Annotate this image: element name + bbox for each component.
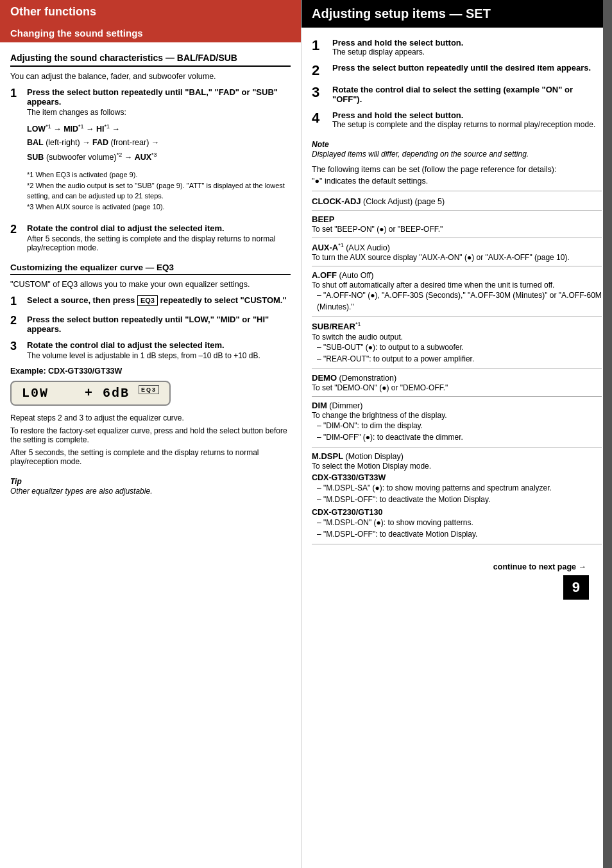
page-number: 9 <box>563 575 589 600</box>
setting-sub-rear: SUB/REAR*1 To switch the audio output. –… <box>312 321 602 364</box>
setup-step3: 3 Rotate the control dial to select the … <box>312 85 602 104</box>
repeat-text3: After 5 seconds, the setting is complete… <box>10 448 291 466</box>
setup-step2-number: 2 <box>312 63 330 78</box>
eq3-step2-bold: Press the select button repeatedly until… <box>27 315 291 334</box>
step2-number: 2 <box>10 223 24 236</box>
divider-8 <box>312 544 602 544</box>
left-column: Other functions Changing the sound setti… <box>0 0 302 868</box>
continue-next: continue to next page → <box>493 562 589 571</box>
section1-intro: You can adjust the balance, fader, and s… <box>10 72 291 81</box>
divider-5 <box>312 369 602 369</box>
tip-text: Other equalizer types are also adjustabl… <box>10 487 152 496</box>
divider-2 <box>312 238 602 238</box>
left-content: Adjusting the sound characteristics — BA… <box>0 53 301 496</box>
eq3-step1: 1 Select a source, then press EQ3 repeat… <box>10 295 291 308</box>
eq3-step2-number: 2 <box>10 315 24 327</box>
changing-sound-title: Changing the sound settings <box>10 28 143 39</box>
note-label: Note <box>312 140 329 149</box>
header-other-functions: Other functions <box>0 0 301 24</box>
tip-label: Tip <box>10 477 22 486</box>
right-column: Adjusting setup items — SET 1 Press and … <box>302 0 612 868</box>
setup-step2: 2 Press the select button repeatedly unt… <box>312 63 602 78</box>
step1: 1 Press the select button repeatedly unt… <box>10 87 291 217</box>
setup-step4-sub: The setup is complete and the display re… <box>332 120 602 129</box>
setup-step3-number: 3 <box>312 85 330 100</box>
setup-step1: 1 Press and hold the select button. The … <box>312 38 602 56</box>
setup-step1-content: Press and hold the select button. The se… <box>332 38 602 56</box>
step2-bold: Rotate the control dial to adjust the se… <box>27 223 291 233</box>
step1-content: Press the select button repeatedly until… <box>27 87 291 217</box>
eq3-step3-sub: The volume level is adjustable in 1 dB s… <box>27 351 291 360</box>
setup-step1-sub: The setup display appears. <box>332 48 602 56</box>
eq3-step3-number: 3 <box>10 340 24 353</box>
footnotes: *1 When EQ3 is activated (page 9). *2 Wh… <box>27 169 291 212</box>
setting-aoff: A.OFF (Auto Off) To shut off automatical… <box>312 270 602 313</box>
setup-step2-bold: Press the select button repeatedly until… <box>332 63 602 73</box>
eq3-step2-content: Press the select button repeatedly until… <box>27 315 291 334</box>
seq-line3: SUB (subwoofer volume)*2 → AUX*3 <box>27 150 291 164</box>
tip-section: Tip Other equalizer types are also adjus… <box>10 476 291 496</box>
setup-step4: 4 Press and hold the select button. The … <box>312 110 602 129</box>
following-text1: The following items can be set (follow t… <box>312 165 602 174</box>
step1-sub: The item changes as follows: <box>27 108 291 117</box>
step1-bold: Press the select button repeatedly until… <box>27 87 291 107</box>
setting-demo: DEMO (Demonstration) To set "DEMO-ON" (●… <box>312 373 602 392</box>
setup-step3-content: Rotate the control dial to select the se… <box>332 85 602 104</box>
other-functions-title: Other functions <box>10 5 96 18</box>
bullet-dot-text: "●" indicates the default settings. <box>312 177 602 186</box>
eq3-step3-bold: Rotate the control dial to adjust the se… <box>27 340 291 350</box>
divider-4 <box>312 317 602 317</box>
divider-7 <box>312 447 602 447</box>
setting-clock-adj: CLOCK-ADJ (Clock Adjust) (page 5) <box>312 196 602 206</box>
eq3-step3-content: Rotate the control dial to adjust the se… <box>27 340 291 360</box>
divider-6 <box>312 396 602 397</box>
divider-3 <box>312 266 602 266</box>
setting-aux-a: AUX-A*1 (AUX Audio) To turn the AUX sour… <box>312 242 602 262</box>
eq3-step1-content: Select a source, then press EQ3 repeated… <box>27 295 291 305</box>
settings-list: CLOCK-ADJ (Clock Adjust) (page 5) BEEP T… <box>312 196 602 544</box>
section2-title: Customizing the equalizer curve — EQ3 <box>10 263 291 275</box>
setting-beep: BEEP To set "BEEP-ON" (●) or "BEEP-OFF." <box>312 214 602 234</box>
setup-step3-bold: Rotate the control dial to select the se… <box>332 85 602 104</box>
divider-top <box>312 191 602 191</box>
right-content: 1 Press and hold the select button. The … <box>302 38 612 600</box>
example-label: Example: CDX-GT330/GT33W <box>10 367 291 376</box>
setting-dim: DIM (Dimmer) To change the brightness of… <box>312 401 602 443</box>
header-setup: Adjusting setup items — SET <box>302 0 612 28</box>
step2-sub: After 5 seconds, the setting is complete… <box>27 234 291 252</box>
section1-title: Adjusting the sound characteristics — BA… <box>10 53 291 67</box>
eq3-step2: 2 Press the select button repeatedly unt… <box>10 315 291 334</box>
setup-step4-number: 4 <box>312 110 330 126</box>
setup-step4-bold: Press and hold the select button. <box>332 110 602 120</box>
note-section: Note Displayed items will differ, depend… <box>312 139 602 159</box>
setup-steps: 1 Press and hold the select button. The … <box>312 38 602 129</box>
fn2: *2 When the audio output is set to "SUB"… <box>27 180 291 202</box>
setup-step2-content: Press the select button repeatedly until… <box>332 63 602 73</box>
setup-step1-bold: Press and hold the select button. <box>332 38 602 48</box>
step2: 2 Rotate the control dial to adjust the … <box>10 223 291 252</box>
step2-content: Rotate the control dial to adjust the se… <box>27 223 291 252</box>
repeat-text1: Repeat steps 2 and 3 to adjust the equal… <box>10 413 291 422</box>
step1-number: 1 <box>10 87 24 100</box>
setup-step1-number: 1 <box>312 38 330 53</box>
sidebar-bar <box>603 0 612 868</box>
fn3: *3 When AUX source is activated (page 10… <box>27 202 291 213</box>
header-changing-sound: Changing the sound settings <box>0 24 301 42</box>
note-text: Displayed items will differ, depending o… <box>312 150 529 159</box>
repeat-text2: To restore the factory-set equalizer cur… <box>10 426 291 444</box>
section2-intro: "CUSTOM" of EQ3 allows you to make your … <box>10 280 291 289</box>
seq-line1: LOW*1 → MID*1 → HI*1 → <box>27 122 291 136</box>
setup-title: Adjusting setup items — SET <box>312 6 491 21</box>
lcd-display: L0W + 6dB EQ3 <box>10 381 171 406</box>
divider-1 <box>312 210 602 211</box>
eq3-badge: EQ3 <box>139 385 159 394</box>
seq-line2: BAL (left-right) → FAD (front-rear) → <box>27 136 291 150</box>
eq3-step1-bold: Select a source, then press EQ3 repeated… <box>27 295 291 305</box>
eq3-step1-number: 1 <box>10 295 24 308</box>
setup-step4-content: Press and hold the select button. The se… <box>332 110 602 129</box>
fn1: *1 When EQ3 is activated (page 9). <box>27 169 291 180</box>
eq3-step3: 3 Rotate the control dial to adjust the … <box>10 340 291 360</box>
setting-mdspl: M.DSPL (Motion Display) To select the Mo… <box>312 451 602 540</box>
sequence-block: LOW*1 → MID*1 → HI*1 → BAL (left-right) … <box>27 122 291 164</box>
